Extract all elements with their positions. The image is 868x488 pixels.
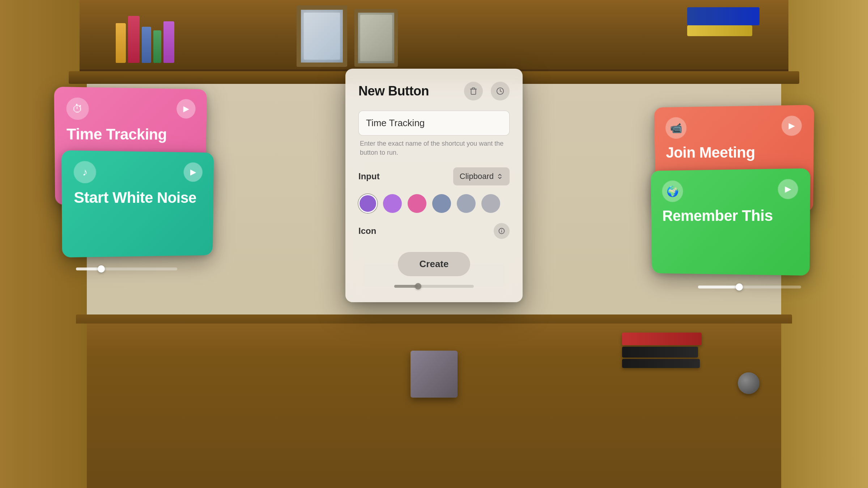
book-red [128,16,140,63]
input-section: Input Clipboard [358,167,510,185]
remember-this-slider-handle[interactable] [736,283,743,291]
color-swatch-pink[interactable] [408,194,426,213]
color-swatch-blue-gray[interactable] [432,194,451,213]
dialog-title: New Button [358,84,429,99]
small-cube [410,351,458,398]
remember-this-card-header: 🌍 ▶ [662,179,798,202]
time-tracking-play-btn[interactable]: ▶ [176,99,196,119]
remember-this-play-btn[interactable]: ▶ [778,179,798,199]
white-noise-play-btn[interactable]: ▶ [183,162,203,182]
white-noise-icon: ♪ [74,161,96,183]
icon-label: Icon [358,226,376,236]
icon-info-button[interactable] [494,223,510,239]
picture-frame-1 [297,5,347,67]
hint-text: Enter the exact name of the shortcut you… [358,139,510,157]
color-swatches [358,194,510,213]
join-meeting-title: Join Meeting [666,144,802,161]
book-stack [622,333,702,368]
book-green [153,30,161,63]
color-swatch-purple[interactable] [358,194,377,213]
remember-this-icon: 🌍 [662,180,683,202]
white-noise-title: Start White Noise [74,189,202,206]
white-noise-card[interactable]: ♪ ▶ Start White Noise [61,150,214,258]
dialog-header: New Button [358,82,510,100]
join-meeting-icon: 📹 [665,117,687,139]
shelf-top [80,0,788,76]
white-noise-slider-handle[interactable] [98,265,105,273]
icon-section: Icon [358,223,510,239]
time-tracking-title: Time Tracking [67,126,195,143]
delete-button[interactable] [464,82,483,100]
remember-this-slider[interactable] [698,286,801,288]
clipboard-select[interactable]: Clipboard [453,167,510,185]
input-label: Input [358,171,380,181]
shelf-floor [87,322,781,488]
history-button[interactable] [491,82,510,100]
book-purple [163,21,174,63]
new-button-dialog: New Button Enter the exact name of the s… [345,69,523,302]
book-yellow [116,23,126,63]
picture-frame-2 [354,9,398,67]
dialog-slider-handle[interactable] [415,283,421,290]
round-object [738,372,760,394]
white-noise-card-header: ♪ ▶ [74,161,203,184]
join-meeting-play-btn[interactable]: ▶ [782,116,802,136]
color-swatch-violet[interactable] [383,194,402,213]
join-meeting-card-header: 📹 ▶ [665,116,802,139]
time-tracking-icon: ⏱ [66,97,89,120]
clipboard-select-value: Clipboard [460,172,494,181]
book-blue [142,27,151,63]
color-swatch-light-gray[interactable] [457,194,476,213]
remember-this-card[interactable]: 🌍 ▶ Remember This [651,168,810,276]
shortcut-name-input[interactable] [358,111,510,136]
white-noise-slider[interactable] [76,267,177,270]
create-button[interactable]: Create [398,252,470,276]
book-horizontal-yellow [687,25,752,36]
book-horizontal-blue [687,7,760,25]
remember-this-title: Remember This [662,207,798,224]
time-tracking-card-header: ⏱ ▶ [66,97,196,121]
dialog-slider[interactable] [394,285,474,288]
color-swatch-gray[interactable] [481,194,500,213]
